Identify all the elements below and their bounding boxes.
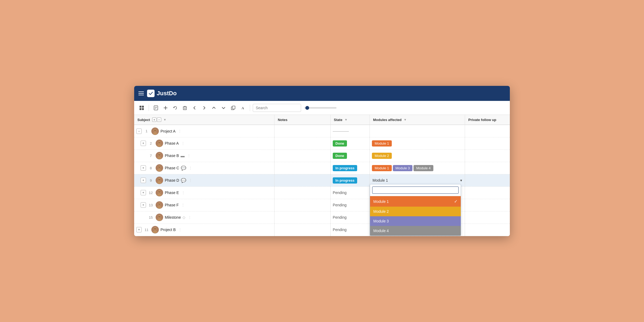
notes-content [275, 228, 330, 231]
task-name: Project B [160, 228, 176, 232]
hamburger-menu[interactable] [138, 92, 144, 95]
move-left-button[interactable] [190, 104, 199, 112]
collapse-btn[interactable]: − [136, 129, 142, 134]
diamond-icon: ◇ [182, 215, 185, 219]
drag-handle[interactable]: ⋮ [188, 178, 193, 182]
col-header-notes: Notes [275, 115, 331, 125]
zoom-slider[interactable] [304, 107, 336, 109]
avatar [151, 127, 159, 135]
svg-rect-3 [142, 108, 144, 110]
state-text: Pending [333, 215, 346, 219]
notes-cell-3 [275, 149, 331, 162]
subject-content: + 9 Phase D 💬 ⋮ [134, 175, 274, 186]
row-number: 12 [148, 191, 154, 195]
subject-content: 15 Milestone ◇ ⋮ [134, 212, 274, 223]
modules-cell [370, 130, 465, 133]
subject-cell-5: + 9 Phase D 💬 ⋮ [134, 174, 275, 186]
drag-handle[interactable]: ⋮ [187, 215, 192, 219]
drag-handle[interactable]: ⋮ [188, 166, 193, 170]
zoom-slider-container [304, 107, 336, 109]
modules-cell: Module 1Module 3Module 4 [370, 163, 465, 173]
state-badge: In progress [333, 165, 357, 171]
modules-filter-icon[interactable]: ▼ [404, 118, 407, 121]
toolbar: A [134, 101, 510, 115]
expand-btn[interactable]: + [141, 190, 146, 195]
undo-button[interactable] [171, 104, 180, 112]
module-tag: Module 3 [393, 165, 412, 171]
expand-all-btn[interactable]: + [152, 118, 156, 122]
svg-point-38 [160, 167, 160, 167]
svg-point-56 [157, 218, 162, 221]
private-follow-cell-5 [465, 174, 510, 186]
dropdown-option[interactable]: Module 3 [370, 216, 461, 226]
dropdown-search-input[interactable] [372, 186, 459, 194]
state-content: Pending [331, 226, 369, 233]
dropdown-trigger[interactable]: Module 1 ▾ [370, 177, 465, 184]
private-follow-cell-9 [465, 224, 510, 236]
delete-button[interactable] [181, 104, 189, 112]
state-badge: Done [333, 153, 347, 159]
svg-point-31 [157, 156, 162, 159]
svg-point-32 [159, 154, 159, 155]
notes-cell-7 [275, 199, 331, 211]
expand-btn[interactable]: + [141, 141, 146, 146]
avatar [156, 189, 163, 196]
subject-cell-2: + 2 Phase A ⋮ [134, 137, 275, 149]
dropdown-option[interactable]: Module 1 ✓ [370, 196, 461, 207]
copy-button[interactable] [229, 104, 237, 112]
drag-handle[interactable]: ⋮ [180, 203, 186, 207]
state-cell-8: Pending [331, 211, 370, 224]
table-row: + 9 Phase D 💬 ⋮ In progress [134, 174, 510, 186]
svg-point-47 [159, 191, 159, 192]
dropdown-option[interactable]: Module 2 [370, 207, 461, 216]
subject-content: − 1 Project A ⋮ [134, 126, 274, 137]
expand-btn[interactable]: + [141, 165, 146, 171]
collapse-all-btn[interactable]: − [157, 118, 161, 122]
modules-cell-4: Module 1Module 3Module 4 [370, 162, 465, 174]
subject-content: + 8 Phase C 💬 ⋮ [134, 163, 274, 173]
move-up-button[interactable] [210, 104, 218, 112]
private-follow-cell-7 [465, 199, 510, 211]
subject-content: + 12 Phase E ⋮ [134, 187, 274, 198]
drag-handle[interactable]: ⋮ [186, 154, 192, 158]
notes-content [275, 154, 330, 157]
subject-cell-7: + 13 Phase F ⋮ [134, 199, 275, 211]
svg-point-22 [155, 130, 156, 130]
state-cell-2: Done [331, 137, 370, 149]
comment-icon: 💬 [181, 166, 186, 171]
private-follow-cell-8 [465, 211, 510, 224]
drag-handle[interactable]: ⋮ [180, 141, 186, 145]
table-row: 7 Phase B ▬ ⋮ Done Module 2 [134, 149, 510, 162]
svg-point-63 [155, 228, 156, 229]
state-content [331, 127, 369, 135]
dropdown-option[interactable]: Module 4 [370, 226, 461, 236]
svg-point-48 [160, 191, 160, 192]
option-label: Module 1 [373, 199, 389, 204]
grid-view-button[interactable] [137, 104, 146, 112]
add-button[interactable] [161, 104, 170, 112]
state-filter-icon[interactable]: ▼ [345, 118, 347, 121]
svg-point-42 [159, 179, 159, 180]
drag-handle[interactable]: ⋮ [181, 191, 186, 195]
drag-handle[interactable]: ⋮ [177, 228, 183, 232]
text-button[interactable]: A [239, 104, 247, 112]
private-follow-cell-1 [465, 125, 510, 137]
subject-content: + 13 Phase F ⋮ [134, 200, 274, 210]
expand-btn[interactable]: + [141, 202, 146, 208]
move-down-button[interactable] [219, 104, 228, 112]
avatar [156, 152, 163, 159]
modules-cell-5: Module 1 ▾ Module 1 ✓ Module 2 [370, 174, 465, 186]
task-name: Phase B [165, 153, 179, 158]
search-input[interactable] [253, 104, 301, 112]
expand-btn[interactable]: + [141, 178, 146, 183]
state-badge: Done [333, 140, 347, 147]
state-cell-4: In progress [331, 162, 370, 174]
notes-content [275, 166, 330, 170]
move-right-button[interactable] [200, 104, 208, 112]
drag-handle[interactable]: ⋮ [177, 129, 182, 133]
expand-btn[interactable]: + [136, 227, 142, 232]
divider-2 [250, 105, 250, 111]
document-button[interactable] [152, 104, 160, 112]
subject-filter-icon[interactable]: ▼ [163, 118, 166, 121]
divider-1 [149, 105, 149, 111]
